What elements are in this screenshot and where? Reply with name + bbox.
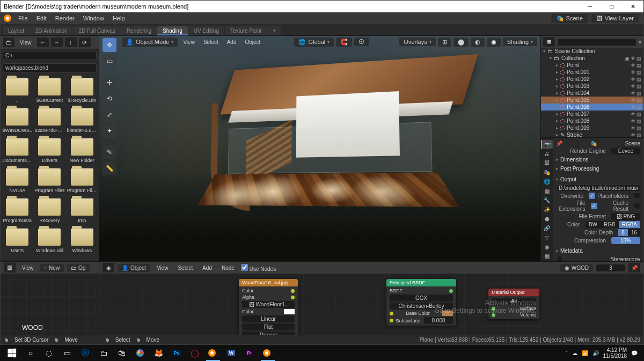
folder-item[interactable]: Windows.old <box>34 226 65 255</box>
outliner-editor-icon[interactable]: ≣ <box>543 37 555 47</box>
ws-tab-layout[interactable]: Layout <box>3 26 30 35</box>
restrict-icon[interactable]: ▤ <box>636 132 641 138</box>
eye-icon[interactable]: 👁 <box>631 70 635 75</box>
shading-wireframe[interactable]: ⊞ <box>438 38 451 47</box>
folder-item[interactable]: Documents a.. <box>2 136 33 165</box>
fb-file-input[interactable] <box>3 63 97 72</box>
close-button[interactable]: ✕ <box>622 1 643 12</box>
ws-tab-rendering[interactable]: Rendering <box>121 26 157 35</box>
tool-cursor[interactable]: ✥ <box>103 38 116 52</box>
outliner-item[interactable]: ▸✎ Stroke👁▤ <box>541 131 643 138</box>
tool-select[interactable]: ▭ <box>103 54 116 68</box>
folder-item[interactable]: tmp <box>67 196 98 225</box>
ne-menu-node[interactable]: Node <box>218 264 238 272</box>
ws-tab-texpaint[interactable]: Texture Paint <box>225 26 267 35</box>
proportional-edit[interactable]: ⦿ <box>354 38 369 46</box>
interaction-mode[interactable]: 👤 Object Mode ▾ <box>122 38 178 47</box>
pin-icon[interactable]: 📌 <box>628 263 640 272</box>
eye-icon[interactable]: 👁 <box>631 91 635 96</box>
stereoscopy-checkbox[interactable] <box>556 256 562 261</box>
node-editor[interactable]: ◉ 👤 Object View Select Add Node Use Node… <box>99 262 643 335</box>
tab-modifier-icon[interactable]: 🔧 <box>541 196 553 204</box>
ws-tab-2dfull[interactable]: 2D Full Canvas <box>74 26 121 35</box>
taskbar-blender2-icon[interactable] <box>259 345 277 361</box>
taskbar-explorer-icon[interactable]: 🗀 <box>94 345 113 361</box>
tab-particle-icon[interactable]: ✨ <box>541 205 553 214</box>
outliner-item[interactable]: ▸ Point.004👁▤ <box>541 90 643 97</box>
material-preview[interactable]: 🖼 View + New 🗁 Op WOOD <box>1 262 99 335</box>
vp-menu-add[interactable]: Add <box>224 38 240 46</box>
tab-scene-icon[interactable]: 🎭 <box>541 168 553 176</box>
shading-solid[interactable]: ⬤ <box>453 38 469 47</box>
menu-help[interactable]: Help <box>109 14 129 23</box>
fb-view-menu[interactable]: View <box>17 39 35 47</box>
preview-open[interactable]: 🗁 Op <box>67 264 90 272</box>
fb-nav-back-icon[interactable]: ← <box>37 38 49 47</box>
folder-item[interactable]: Users <box>2 226 33 255</box>
taskbar-store-icon[interactable]: 🛍 <box>113 345 131 361</box>
tool-move[interactable]: ✢ <box>103 76 116 90</box>
folder-item[interactable]: $Recycle.Bin <box>67 76 98 105</box>
minimize-button[interactable]: ─ <box>579 1 601 12</box>
material-slot[interactable]: ◉ WOOD <box>560 264 593 272</box>
outliner-item[interactable]: ▸ Point.005👁▤ <box>541 97 643 104</box>
eye-icon[interactable]: 👁 <box>631 98 635 103</box>
outliner-search[interactable] <box>557 38 636 46</box>
tab-physics-icon[interactable]: ⬣ <box>541 215 553 223</box>
use-nodes-checkbox[interactable]: Use Nodes <box>241 264 276 272</box>
menu-file[interactable]: File <box>14 14 32 23</box>
eye-icon[interactable]: 👁 <box>631 84 635 89</box>
taskbar-clock[interactable]: 4:12 PM11/5/2018 <box>603 347 627 359</box>
outliner-filter-icon[interactable]: ▿ <box>639 39 641 45</box>
folder-item[interactable]: Program Files <box>34 166 65 195</box>
tool-rotate[interactable]: ⟲ <box>103 92 116 106</box>
taskbar-search-icon[interactable]: ○ <box>21 345 40 361</box>
tab-texture-icon[interactable]: ▩ <box>541 252 553 261</box>
folder-item[interactable]: Program Files.. <box>67 166 98 195</box>
eye-icon[interactable]: 👁 <box>631 63 635 68</box>
editor-type-icon[interactable]: 🗀 <box>3 38 14 47</box>
cacheresult-checkbox[interactable] <box>634 203 640 209</box>
ne-menu-add[interactable]: Add <box>199 264 215 272</box>
outliner-item[interactable]: ▸ Point.006👁▤ <box>541 104 643 110</box>
outliner-item[interactable]: ▸ Point.007👁▤ <box>541 110 643 117</box>
node-image-texture[interactable]: WoodFloor16_col.jpg Color Alpha 🖼 WoodFl… <box>239 279 298 335</box>
tab-render-icon[interactable]: 📷 <box>541 140 553 149</box>
taskbar-photoshop-icon[interactable]: Ps <box>167 345 186 361</box>
menu-edit[interactable]: Edit <box>33 14 50 23</box>
eye-icon[interactable]: 👁 <box>631 105 635 110</box>
snap-toggle[interactable]: 🧲 <box>336 38 352 47</box>
taskbar-taskview-icon[interactable]: ▭ <box>58 345 76 361</box>
folder-item[interactable]: $GetCurrent <box>34 76 65 105</box>
scene-selector[interactable]: 🎭 Scene <box>551 14 588 23</box>
placeholders-checkbox[interactable] <box>634 193 640 199</box>
ws-tab-2danim[interactable]: 2D Animation <box>30 26 72 35</box>
outliner-item[interactable]: ▸ Point👁▤ <box>541 62 643 69</box>
node-material-output[interactable]: Material Output All Surface Volume <box>488 289 539 319</box>
outliner-item[interactable]: ▸ Point.008👁▤ <box>541 117 643 124</box>
tray-onedrive-icon[interactable]: ☁ <box>572 350 577 356</box>
tray-up-icon[interactable]: ˄ <box>565 350 568 356</box>
tab-constraint-icon[interactable]: 🔗 <box>541 224 553 233</box>
transform-orientation[interactable]: 🌐 Global ▾ <box>294 38 334 47</box>
eye-icon[interactable]: 👁 <box>631 77 635 82</box>
menu-window[interactable]: Window <box>79 14 108 23</box>
fileext-checkbox[interactable]: ✓ <box>591 203 597 209</box>
section-postprocessing[interactable]: Post Processing <box>556 164 640 173</box>
overlays-dropdown[interactable]: Overlays ▾ <box>399 38 435 46</box>
shading-lookdev[interactable]: ◐ <box>471 38 485 47</box>
ne-mode[interactable]: 👤 Object <box>118 264 150 272</box>
folder-grid[interactable]: ..$GetCurrent$Recycle.Bin$WINDOWS..82ace… <box>1 74 99 261</box>
fb-nav-fwd-icon[interactable]: → <box>51 38 63 47</box>
folder-item[interactable]: New Folder <box>67 136 98 165</box>
section-dimensions[interactable]: Dimensions <box>556 155 640 164</box>
output-path-input[interactable] <box>556 184 640 192</box>
restrict-icon[interactable]: ▤ <box>636 84 641 89</box>
shading-rendered[interactable]: ◉ <box>487 38 501 47</box>
taskbar-firefox-icon[interactable]: 🦊 <box>149 345 167 361</box>
folder-item[interactable]: NVIDIA <box>2 166 33 195</box>
fb-nav-up-icon[interactable]: ↑ <box>65 38 77 47</box>
vp-menu-select[interactable]: Select <box>200 38 222 46</box>
compression-slider[interactable]: 15% <box>611 237 640 244</box>
restrict-icon[interactable]: ▤ <box>636 105 641 110</box>
